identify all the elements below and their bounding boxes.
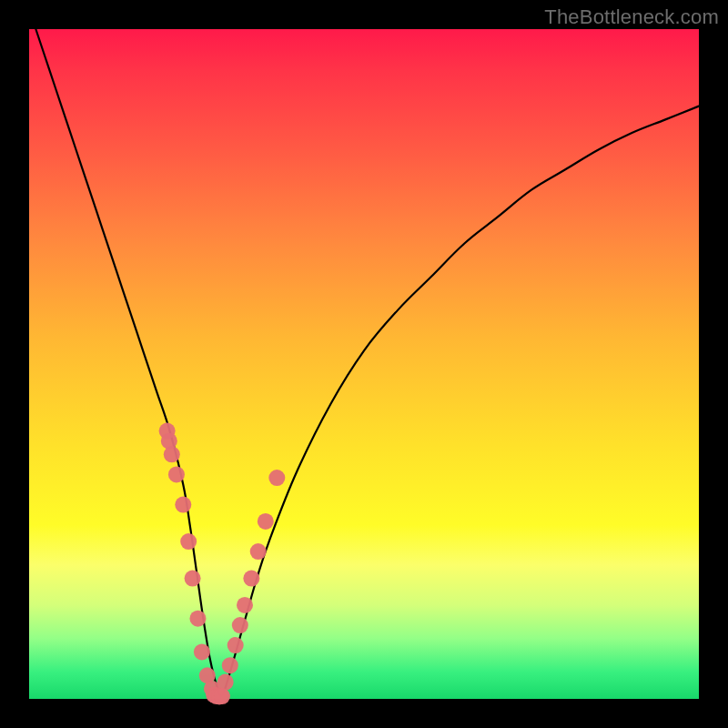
chart-marker [250,543,267,560]
bottleneck-curve-path [35,29,699,696]
chart-marker [180,533,197,550]
chart-marker [185,571,201,587]
chart-marker [237,597,253,613]
chart-marker [168,466,185,482]
watermark-text: TheBottleneck.com [544,5,719,29]
chart-marker [194,643,210,660]
chart-marker [222,657,238,673]
chart-marker [164,446,180,462]
chart-marker [228,637,244,653]
bottleneck-chart [29,29,699,699]
chart-marker [268,470,285,486]
chart-marker [217,674,234,691]
chart-marker [243,571,259,587]
chart-marker [258,513,274,530]
chart-marker [175,497,191,513]
chart-marker [189,611,206,627]
chart-marker [232,617,248,633]
chart-marker [214,688,230,704]
